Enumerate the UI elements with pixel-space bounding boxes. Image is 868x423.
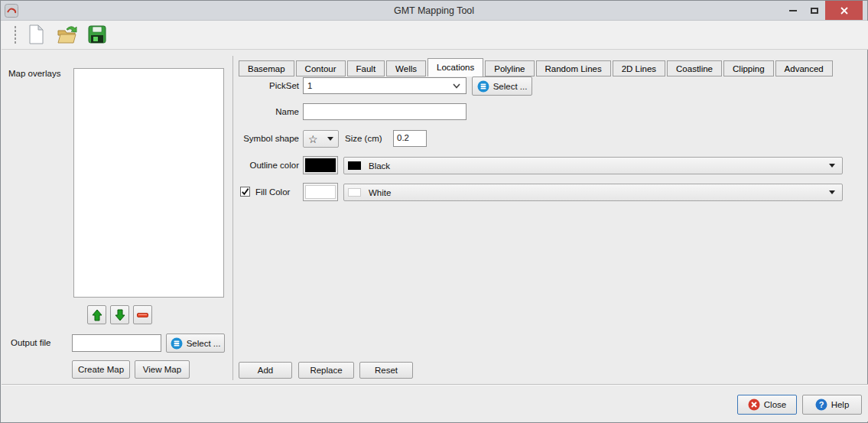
- tab-bar: Basemap Contour Fault Wells Locations Po…: [239, 59, 834, 76]
- close-button[interactable]: Close: [737, 395, 797, 415]
- tab-polyline[interactable]: Polyline: [485, 60, 534, 76]
- name-label: Name: [192, 107, 299, 116]
- output-file-label: Output file: [11, 338, 50, 347]
- size-input[interactable]: 0.2: [393, 130, 427, 147]
- pickset-combobox[interactable]: 1: [303, 77, 467, 94]
- minimize-button[interactable]: [782, 1, 804, 20]
- star-symbol-icon: ☆: [308, 134, 318, 145]
- symbol-shape-label: Symbol shape: [192, 134, 299, 143]
- outline-color-chip: [348, 161, 361, 170]
- output-file-select-label: Select ...: [187, 339, 221, 348]
- help-button-label: Help: [831, 400, 850, 409]
- svg-text:?: ?: [818, 400, 824, 409]
- pickset-select-label: Select ...: [493, 82, 528, 91]
- outline-color-swatch-button[interactable]: [303, 156, 338, 174]
- select-list-icon: [171, 337, 183, 350]
- open-file-button[interactable]: [56, 24, 77, 45]
- pickset-label: PickSet: [192, 81, 299, 90]
- reset-button[interactable]: Reset: [359, 362, 413, 379]
- maximize-icon: [811, 8, 818, 14]
- down-arrow-icon: [114, 309, 126, 321]
- remove-button[interactable]: [133, 305, 152, 324]
- close-window-button[interactable]: [825, 1, 863, 20]
- tab-2d-lines[interactable]: 2D Lines: [613, 60, 665, 76]
- minimize-icon: [789, 10, 797, 11]
- fill-color-name: White: [369, 188, 829, 197]
- dropdown-arrow-icon: [829, 190, 835, 194]
- outline-color-name: Black: [369, 161, 829, 171]
- titlebar: GMT Mapping Tool: [1, 1, 867, 21]
- tab-clipping[interactable]: Clipping: [723, 60, 774, 76]
- fill-color-chip: [348, 188, 361, 197]
- fill-color-swatch: [305, 185, 336, 199]
- tab-advanced[interactable]: Advanced: [775, 60, 833, 76]
- fill-color-swatch-button[interactable]: [303, 183, 338, 201]
- outline-color-label: Outline color: [192, 161, 299, 170]
- move-down-button[interactable]: [110, 305, 129, 324]
- pickset-select-button[interactable]: Select ...: [472, 76, 532, 96]
- output-file-select-button[interactable]: Select ...: [166, 334, 225, 353]
- tab-contour[interactable]: Contour: [296, 60, 346, 76]
- size-label: Size (cm): [345, 134, 382, 143]
- map-overlays-list[interactable]: [73, 68, 224, 298]
- outline-color-dropdown[interactable]: Black: [343, 157, 843, 174]
- toolbar: [2, 21, 868, 50]
- fill-color-checkbox[interactable]: [240, 187, 250, 197]
- gmt-mapping-tool-window: GMT Mapping Tool: [0, 0, 868, 423]
- tab-random-lines[interactable]: Random Lines: [536, 60, 611, 76]
- minus-icon: [136, 309, 149, 321]
- checkmark-icon: [241, 187, 249, 196]
- tab-basemap[interactable]: Basemap: [239, 60, 294, 76]
- save-button[interactable]: [86, 24, 108, 45]
- outline-color-swatch: [305, 158, 336, 172]
- tab-wells[interactable]: Wells: [386, 60, 426, 76]
- maximize-button[interactable]: [804, 1, 825, 20]
- help-button[interactable]: ? Help: [802, 395, 862, 415]
- close-button-label: Close: [764, 400, 786, 409]
- symbol-shape-dropdown[interactable]: ☆: [303, 130, 339, 148]
- window-title: GMT Mapping Tool: [1, 1, 867, 21]
- fill-color-label: Fill Color: [255, 187, 290, 197]
- output-file-input[interactable]: [72, 334, 161, 352]
- tab-coastline[interactable]: Coastline: [667, 60, 722, 76]
- tab-locations[interactable]: Locations: [427, 58, 483, 76]
- close-circle-icon: [748, 399, 760, 411]
- panel-splitter[interactable]: [232, 56, 233, 380]
- dropdown-arrow-icon: [829, 164, 835, 168]
- fill-color-dropdown[interactable]: White: [343, 184, 843, 201]
- pickset-value: 1: [304, 81, 453, 90]
- tab-fault[interactable]: Fault: [347, 60, 385, 76]
- map-overlays-label: Map overlays: [8, 69, 60, 78]
- move-up-button[interactable]: [87, 305, 106, 324]
- close-x-icon: [840, 6, 849, 15]
- select-list-icon: [477, 80, 489, 93]
- new-file-icon: [25, 24, 47, 45]
- up-arrow-icon: [91, 309, 103, 321]
- help-circle-icon: ?: [815, 399, 827, 411]
- open-folder-icon: [56, 24, 77, 45]
- dropdown-arrow-icon: [327, 137, 333, 141]
- save-floppy-icon: [86, 24, 108, 45]
- new-file-button[interactable]: [25, 24, 47, 45]
- create-map-button[interactable]: Create Map: [72, 360, 130, 379]
- chevron-down-icon: [453, 83, 460, 89]
- replace-button[interactable]: Replace: [298, 362, 354, 379]
- name-input[interactable]: [303, 103, 467, 120]
- add-button[interactable]: Add: [239, 362, 292, 379]
- toolbar-drag-handle[interactable]: [14, 25, 17, 45]
- view-map-button[interactable]: View Map: [135, 360, 190, 379]
